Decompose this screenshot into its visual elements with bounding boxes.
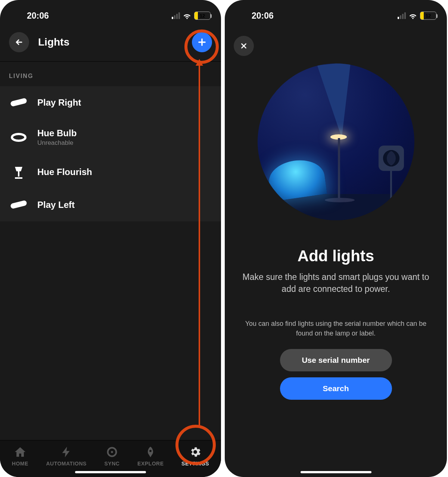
home-icon <box>14 446 27 458</box>
lights-list: Play Right Hue Bulb Unreachable Hue Flou… <box>0 86 221 221</box>
tab-automations[interactable]: AUTOMATIONS <box>46 446 86 467</box>
add-light-button[interactable] <box>192 32 212 52</box>
section-header-living: LIVING <box>0 62 221 86</box>
tab-sync[interactable]: SYNC <box>105 446 120 467</box>
battery-percent: 12 <box>420 13 436 19</box>
tab-explore[interactable]: EXPLORE <box>137 446 164 467</box>
plus-icon <box>197 37 207 47</box>
action-buttons: Use serial number Search <box>225 349 447 400</box>
svg-rect-2 <box>10 200 27 209</box>
battery-percent: 12 <box>195 13 210 19</box>
tab-label: AUTOMATIONS <box>46 461 86 467</box>
status-time: 20:06 <box>10 11 49 21</box>
page-title: Lights <box>38 36 69 48</box>
svg-point-1 <box>12 134 25 141</box>
lights-screen: 20:06 12 Lights LIVING Play <box>0 0 221 477</box>
light-name: Play Right <box>37 97 81 108</box>
cellular-signal-icon <box>398 12 406 19</box>
screen-header: Lights <box>0 26 221 62</box>
status-bar: 20:06 12 <box>225 0 447 26</box>
add-lights-screen: 20:06 12 Add lights Make sure the lights… <box>225 0 447 477</box>
bolt-icon <box>60 446 73 458</box>
light-name: Hue Bulb <box>37 128 77 138</box>
add-lights-subtitle: Make sure the lights and smart plugs you… <box>225 265 447 295</box>
light-name: Play Left <box>37 200 75 210</box>
wifi-icon <box>183 12 191 20</box>
home-indicator[interactable] <box>301 471 371 473</box>
playbar-icon <box>9 95 28 110</box>
svg-rect-0 <box>10 98 27 107</box>
list-item[interactable]: Play Right <box>0 86 221 119</box>
battery-indicator: 12 <box>420 12 436 20</box>
bulb-icon <box>9 130 28 145</box>
add-lights-illustration <box>258 63 414 220</box>
status-time: 20:06 <box>235 11 274 21</box>
gear-icon <box>189 446 202 458</box>
tab-label: EXPLORE <box>137 461 164 467</box>
use-serial-number-button[interactable]: Use serial number <box>280 349 392 371</box>
tab-settings[interactable]: SETTINGS <box>181 446 209 467</box>
annotation-arrow-line <box>199 63 200 426</box>
home-indicator[interactable] <box>75 471 146 473</box>
status-bar: 20:06 12 <box>0 0 221 26</box>
tablelamp-icon <box>9 165 28 180</box>
list-item[interactable]: Hue Flourish <box>0 156 221 188</box>
tab-label: HOME <box>12 461 28 467</box>
rocket-icon <box>144 446 157 458</box>
tab-label: SYNC <box>105 461 120 467</box>
light-name: Hue Flourish <box>37 167 92 177</box>
tab-home[interactable]: HOME <box>12 446 28 467</box>
battery-indicator: 12 <box>194 12 211 20</box>
search-button[interactable]: Search <box>280 377 392 400</box>
status-icons: 12 <box>398 12 436 20</box>
close-button[interactable] <box>234 36 254 56</box>
tab-label: SETTINGS <box>181 461 209 467</box>
light-status: Unreachable <box>37 139 77 147</box>
cellular-signal-icon <box>172 12 180 19</box>
list-item[interactable]: Hue Bulb Unreachable <box>0 119 221 156</box>
svg-point-4 <box>111 451 113 453</box>
back-button[interactable] <box>9 32 29 52</box>
sync-icon <box>106 446 118 458</box>
close-icon <box>240 42 248 50</box>
add-lights-title: Add lights <box>225 247 447 265</box>
wifi-icon <box>409 12 417 20</box>
status-icons: 12 <box>172 12 211 20</box>
list-item[interactable]: Play Left <box>0 188 221 221</box>
annotation-arrow-head <box>196 59 203 66</box>
arrow-left-icon <box>15 38 24 47</box>
serial-hint-text: You can also find lights using the seria… <box>225 295 447 338</box>
playbar-icon <box>9 197 28 212</box>
